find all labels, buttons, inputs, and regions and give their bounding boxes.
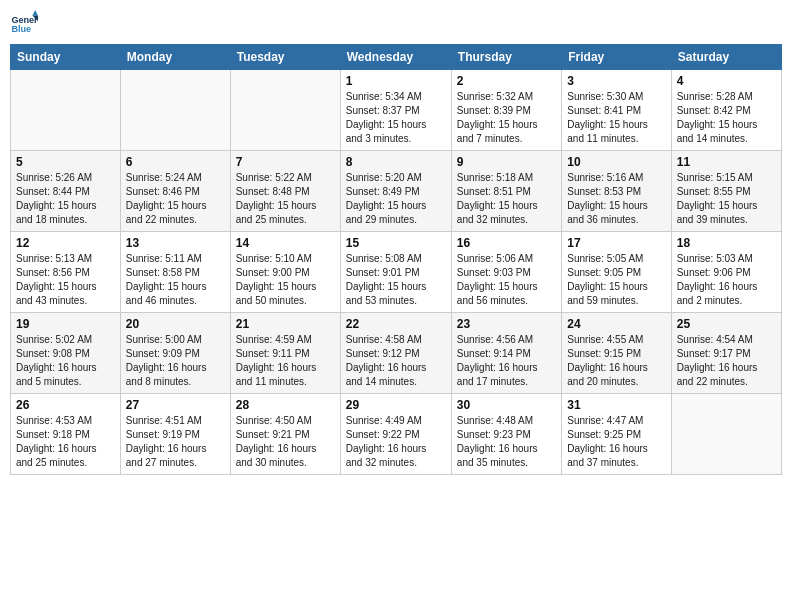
day-info: Sunrise: 5:15 AM Sunset: 8:55 PM Dayligh… <box>677 171 776 227</box>
day-number: 14 <box>236 236 335 250</box>
day-info: Sunrise: 4:54 AM Sunset: 9:17 PM Dayligh… <box>677 333 776 389</box>
calendar-cell: 9Sunrise: 5:18 AM Sunset: 8:51 PM Daylig… <box>451 151 561 232</box>
calendar-cell: 12Sunrise: 5:13 AM Sunset: 8:56 PM Dayli… <box>11 232 121 313</box>
calendar-week-row: 1Sunrise: 5:34 AM Sunset: 8:37 PM Daylig… <box>11 70 782 151</box>
day-info: Sunrise: 5:22 AM Sunset: 8:48 PM Dayligh… <box>236 171 335 227</box>
weekday-header-saturday: Saturday <box>671 45 781 70</box>
day-info: Sunrise: 5:28 AM Sunset: 8:42 PM Dayligh… <box>677 90 776 146</box>
calendar-cell: 31Sunrise: 4:47 AM Sunset: 9:25 PM Dayli… <box>562 394 671 475</box>
day-number: 20 <box>126 317 225 331</box>
day-number: 17 <box>567 236 665 250</box>
day-info: Sunrise: 5:30 AM Sunset: 8:41 PM Dayligh… <box>567 90 665 146</box>
weekday-header-wednesday: Wednesday <box>340 45 451 70</box>
calendar-cell: 20Sunrise: 5:00 AM Sunset: 9:09 PM Dayli… <box>120 313 230 394</box>
calendar-week-row: 12Sunrise: 5:13 AM Sunset: 8:56 PM Dayli… <box>11 232 782 313</box>
day-number: 29 <box>346 398 446 412</box>
calendar-cell: 17Sunrise: 5:05 AM Sunset: 9:05 PM Dayli… <box>562 232 671 313</box>
day-number: 13 <box>126 236 225 250</box>
calendar-cell: 22Sunrise: 4:58 AM Sunset: 9:12 PM Dayli… <box>340 313 451 394</box>
calendar-cell <box>671 394 781 475</box>
day-info: Sunrise: 5:06 AM Sunset: 9:03 PM Dayligh… <box>457 252 556 308</box>
svg-text:Blue: Blue <box>11 24 31 34</box>
day-info: Sunrise: 5:20 AM Sunset: 8:49 PM Dayligh… <box>346 171 446 227</box>
day-number: 3 <box>567 74 665 88</box>
day-number: 7 <box>236 155 335 169</box>
day-info: Sunrise: 5:34 AM Sunset: 8:37 PM Dayligh… <box>346 90 446 146</box>
weekday-header-sunday: Sunday <box>11 45 121 70</box>
logo-icon: General Blue <box>10 10 38 38</box>
day-number: 10 <box>567 155 665 169</box>
day-info: Sunrise: 4:51 AM Sunset: 9:19 PM Dayligh… <box>126 414 225 470</box>
day-number: 24 <box>567 317 665 331</box>
day-number: 8 <box>346 155 446 169</box>
day-info: Sunrise: 4:49 AM Sunset: 9:22 PM Dayligh… <box>346 414 446 470</box>
weekday-header-monday: Monday <box>120 45 230 70</box>
day-number: 18 <box>677 236 776 250</box>
day-info: Sunrise: 4:55 AM Sunset: 9:15 PM Dayligh… <box>567 333 665 389</box>
calendar-cell: 14Sunrise: 5:10 AM Sunset: 9:00 PM Dayli… <box>230 232 340 313</box>
calendar-cell <box>120 70 230 151</box>
day-info: Sunrise: 5:03 AM Sunset: 9:06 PM Dayligh… <box>677 252 776 308</box>
calendar-cell: 23Sunrise: 4:56 AM Sunset: 9:14 PM Dayli… <box>451 313 561 394</box>
weekday-header-thursday: Thursday <box>451 45 561 70</box>
day-number: 12 <box>16 236 115 250</box>
day-info: Sunrise: 4:59 AM Sunset: 9:11 PM Dayligh… <box>236 333 335 389</box>
calendar-cell: 6Sunrise: 5:24 AM Sunset: 8:46 PM Daylig… <box>120 151 230 232</box>
calendar-cell: 10Sunrise: 5:16 AM Sunset: 8:53 PM Dayli… <box>562 151 671 232</box>
weekday-header-friday: Friday <box>562 45 671 70</box>
day-info: Sunrise: 5:32 AM Sunset: 8:39 PM Dayligh… <box>457 90 556 146</box>
day-info: Sunrise: 5:16 AM Sunset: 8:53 PM Dayligh… <box>567 171 665 227</box>
calendar-cell: 3Sunrise: 5:30 AM Sunset: 8:41 PM Daylig… <box>562 70 671 151</box>
calendar-cell: 1Sunrise: 5:34 AM Sunset: 8:37 PM Daylig… <box>340 70 451 151</box>
day-info: Sunrise: 4:53 AM Sunset: 9:18 PM Dayligh… <box>16 414 115 470</box>
calendar-cell: 30Sunrise: 4:48 AM Sunset: 9:23 PM Dayli… <box>451 394 561 475</box>
day-info: Sunrise: 4:50 AM Sunset: 9:21 PM Dayligh… <box>236 414 335 470</box>
day-number: 25 <box>677 317 776 331</box>
day-number: 30 <box>457 398 556 412</box>
calendar-cell: 27Sunrise: 4:51 AM Sunset: 9:19 PM Dayli… <box>120 394 230 475</box>
day-number: 4 <box>677 74 776 88</box>
calendar-cell: 11Sunrise: 5:15 AM Sunset: 8:55 PM Dayli… <box>671 151 781 232</box>
day-info: Sunrise: 5:00 AM Sunset: 9:09 PM Dayligh… <box>126 333 225 389</box>
day-number: 31 <box>567 398 665 412</box>
day-info: Sunrise: 4:58 AM Sunset: 9:12 PM Dayligh… <box>346 333 446 389</box>
day-number: 27 <box>126 398 225 412</box>
header: General Blue <box>10 10 782 38</box>
calendar-cell <box>230 70 340 151</box>
day-info: Sunrise: 5:24 AM Sunset: 8:46 PM Dayligh… <box>126 171 225 227</box>
day-number: 6 <box>126 155 225 169</box>
calendar-cell: 21Sunrise: 4:59 AM Sunset: 9:11 PM Dayli… <box>230 313 340 394</box>
calendar-week-row: 19Sunrise: 5:02 AM Sunset: 9:08 PM Dayli… <box>11 313 782 394</box>
svg-marker-2 <box>32 10 38 16</box>
calendar-cell: 4Sunrise: 5:28 AM Sunset: 8:42 PM Daylig… <box>671 70 781 151</box>
calendar-cell: 18Sunrise: 5:03 AM Sunset: 9:06 PM Dayli… <box>671 232 781 313</box>
day-number: 28 <box>236 398 335 412</box>
day-number: 16 <box>457 236 556 250</box>
calendar-cell: 15Sunrise: 5:08 AM Sunset: 9:01 PM Dayli… <box>340 232 451 313</box>
calendar-cell: 16Sunrise: 5:06 AM Sunset: 9:03 PM Dayli… <box>451 232 561 313</box>
calendar-cell: 7Sunrise: 5:22 AM Sunset: 8:48 PM Daylig… <box>230 151 340 232</box>
calendar-cell: 28Sunrise: 4:50 AM Sunset: 9:21 PM Dayli… <box>230 394 340 475</box>
day-number: 5 <box>16 155 115 169</box>
day-number: 21 <box>236 317 335 331</box>
weekday-header-row: SundayMondayTuesdayWednesdayThursdayFrid… <box>11 45 782 70</box>
day-number: 15 <box>346 236 446 250</box>
calendar-cell: 13Sunrise: 5:11 AM Sunset: 8:58 PM Dayli… <box>120 232 230 313</box>
calendar-week-row: 5Sunrise: 5:26 AM Sunset: 8:44 PM Daylig… <box>11 151 782 232</box>
calendar-cell: 8Sunrise: 5:20 AM Sunset: 8:49 PM Daylig… <box>340 151 451 232</box>
calendar-cell: 24Sunrise: 4:55 AM Sunset: 9:15 PM Dayli… <box>562 313 671 394</box>
logo: General Blue <box>10 10 38 38</box>
day-number: 9 <box>457 155 556 169</box>
day-info: Sunrise: 5:13 AM Sunset: 8:56 PM Dayligh… <box>16 252 115 308</box>
calendar-cell: 2Sunrise: 5:32 AM Sunset: 8:39 PM Daylig… <box>451 70 561 151</box>
calendar-week-row: 26Sunrise: 4:53 AM Sunset: 9:18 PM Dayli… <box>11 394 782 475</box>
calendar-cell: 19Sunrise: 5:02 AM Sunset: 9:08 PM Dayli… <box>11 313 121 394</box>
day-info: Sunrise: 5:26 AM Sunset: 8:44 PM Dayligh… <box>16 171 115 227</box>
day-number: 2 <box>457 74 556 88</box>
calendar-cell <box>11 70 121 151</box>
day-number: 19 <box>16 317 115 331</box>
day-info: Sunrise: 5:18 AM Sunset: 8:51 PM Dayligh… <box>457 171 556 227</box>
calendar-cell: 25Sunrise: 4:54 AM Sunset: 9:17 PM Dayli… <box>671 313 781 394</box>
day-info: Sunrise: 5:08 AM Sunset: 9:01 PM Dayligh… <box>346 252 446 308</box>
calendar-cell: 29Sunrise: 4:49 AM Sunset: 9:22 PM Dayli… <box>340 394 451 475</box>
